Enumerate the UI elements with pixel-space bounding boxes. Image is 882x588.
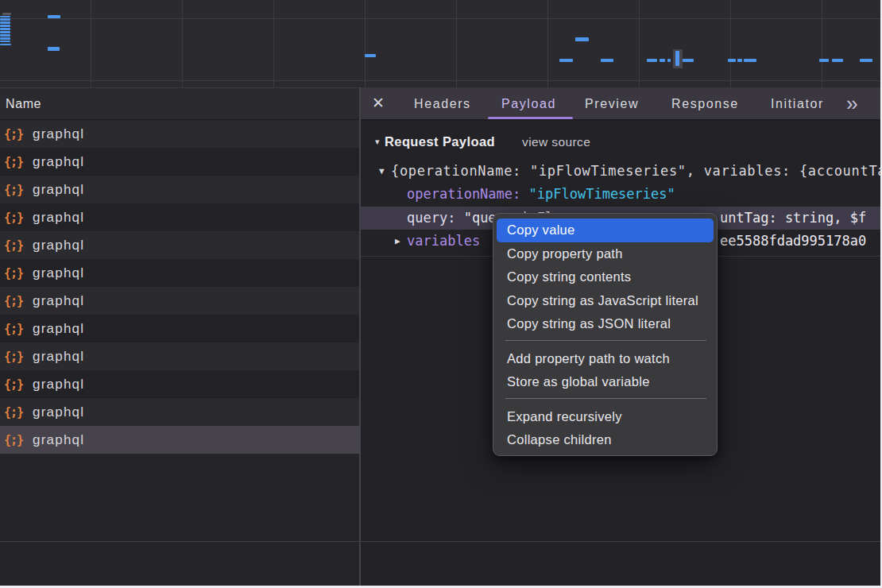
payload-row-text-continuation: ee5588fdad995178a0 [720, 230, 866, 253]
overview-request-bar [660, 59, 665, 63]
context-menu-item-expand-recursively[interactable]: Expand recursively [493, 405, 717, 429]
request-name: graphql [33, 377, 84, 393]
context-menu-item-copy-string-contents[interactable]: Copy string contents [493, 265, 717, 289]
json-braces-icon: {;} [4, 211, 23, 225]
context-menu-item-collapse-children[interactable]: Collapse children [493, 428, 717, 452]
payload-text-segment: query: [407, 210, 464, 226]
payload-text-segment: variables [407, 233, 480, 249]
devtools-network-panel: Name {;}graphql{;}graphql{;}graphql{;}gr… [0, 0, 880, 586]
context-menu: Copy valueCopy property pathCopy string … [493, 213, 718, 456]
overview-request-bar [0, 31, 10, 33]
payload-text-segment: operationName: [407, 186, 529, 202]
request-list-empty-area [0, 454, 359, 586]
collapsed-arrow-icon[interactable]: ▶ [395, 230, 400, 253]
network-overview-timeline[interactable] [0, 0, 880, 87]
request-name: graphql [33, 238, 84, 253]
menu-separator-line [505, 398, 706, 399]
request-row[interactable]: {;}graphql [0, 342, 359, 370]
overview-gridline [0, 80, 880, 81]
request-name: graphql [33, 210, 84, 226]
overview-request-bar [365, 54, 376, 58]
payload-row-text: variables [407, 230, 480, 253]
tab-preview[interactable]: Preview [585, 87, 639, 119]
overview-request-bar [0, 21, 10, 24]
tab-headers[interactable]: Headers [414, 87, 471, 119]
request-name: graphql [33, 265, 84, 281]
json-braces-icon: {;} [4, 266, 23, 280]
payload-row-text: operationName: "ipFlowTimeseries" [407, 183, 675, 207]
json-braces-icon: {;} [4, 238, 23, 253]
overview-request-bar [2, 13, 11, 15]
tab-initiator[interactable]: Initiator [771, 87, 824, 119]
overview-request-bar [0, 34, 10, 37]
overview-request-bar [744, 59, 756, 63]
overview-request-bar [832, 59, 843, 63]
overview-request-bar [0, 44, 11, 46]
view-source-link[interactable]: view source [522, 130, 590, 153]
footer-divider [0, 541, 880, 542]
request-name: graphql [33, 349, 84, 365]
tab-response[interactable]: Response [671, 87, 739, 119]
overview-request-bar [0, 37, 10, 40]
payload-section-title: Request Payload [385, 130, 495, 153]
context-menu-item-add-property-path-to-watch[interactable]: Add property path to watch [493, 347, 717, 371]
overview-request-bar [48, 47, 60, 51]
overview-request-bar [647, 59, 657, 63]
context-menu-item-copy-string-as-json-literal[interactable]: Copy string as JSON literal [493, 312, 717, 336]
context-menu-item-copy-value[interactable]: Copy value [497, 219, 714, 242]
menu-separator [493, 336, 717, 347]
name-column-header[interactable]: Name [0, 87, 359, 120]
json-braces-icon: {;} [4, 322, 23, 336]
json-braces-icon: {;} [4, 405, 23, 420]
request-row[interactable]: {;}graphql [0, 203, 359, 231]
request-name: graphql [33, 154, 84, 170]
section-expander-icon[interactable]: ▾ [375, 130, 380, 153]
expanded-arrow-icon[interactable]: ▼ [379, 160, 385, 184]
json-braces-icon: {;} [4, 433, 23, 447]
overview-request-bar [675, 51, 679, 66]
overview-request-bar [683, 59, 694, 63]
json-braces-icon: {;} [4, 155, 23, 169]
context-menu-item-copy-property-path[interactable]: Copy property path [493, 242, 717, 266]
overview-request-bar [575, 37, 589, 41]
tab-payload[interactable]: Payload [501, 87, 556, 119]
request-row[interactable]: {;}graphql [0, 315, 359, 342]
json-braces-icon: {;} [4, 183, 23, 197]
more-tabs-icon[interactable]: ›› [846, 87, 857, 119]
request-row[interactable]: {;}graphql [0, 231, 359, 259]
request-row[interactable]: {;}graphql [0, 370, 359, 398]
request-row[interactable]: {;}graphql [0, 259, 359, 287]
request-row[interactable]: {;}graphql [0, 120, 359, 148]
close-icon[interactable]: ✕ [372, 87, 385, 119]
request-row[interactable]: {;}graphql [0, 426, 359, 454]
overview-request-bar [860, 59, 872, 63]
payload-row-text: {operationName: "ipFlowTimeseries", vari… [391, 160, 880, 184]
overview-request-bar [0, 18, 10, 21]
request-name: graphql [33, 293, 84, 309]
json-braces-icon: {;} [4, 377, 23, 392]
context-menu-item-copy-string-as-javascript-literal[interactable]: Copy string as JavaScript literal [493, 289, 717, 313]
overview-request-bar [559, 59, 573, 63]
overview-request-bar [728, 59, 736, 63]
overview-request-bar [0, 16, 10, 18]
request-name: graphql [33, 404, 84, 420]
request-row[interactable]: {;}graphql [0, 176, 359, 203]
overview-request-bar [0, 28, 10, 30]
request-row[interactable]: {;}graphql [0, 398, 359, 426]
request-name: graphql [33, 321, 84, 337]
json-braces-icon: {;} [4, 294, 23, 308]
request-row[interactable]: {;}graphql [0, 287, 359, 315]
menu-separator [493, 394, 717, 405]
overview-request-bar [48, 15, 60, 18]
devtools-screenshot: Name {;}graphql{;}graphql{;}graphql{;}gr… [0, 0, 882, 588]
overview-gridline [0, 18, 880, 19]
request-row[interactable]: {;}graphql [0, 148, 359, 176]
overview-request-bar [0, 41, 10, 43]
payload-tree-row[interactable]: operationName: "ipFlowTimeseries" [361, 183, 880, 207]
overview-request-bar [601, 59, 613, 63]
request-name: graphql [33, 182, 84, 198]
request-name: graphql [33, 432, 84, 448]
overview-request-bar [819, 59, 829, 63]
payload-tree-row[interactable]: ▼{operationName: "ipFlowTimeseries", var… [361, 160, 880, 184]
context-menu-item-store-as-global-variable[interactable]: Store as global variable [493, 370, 717, 394]
